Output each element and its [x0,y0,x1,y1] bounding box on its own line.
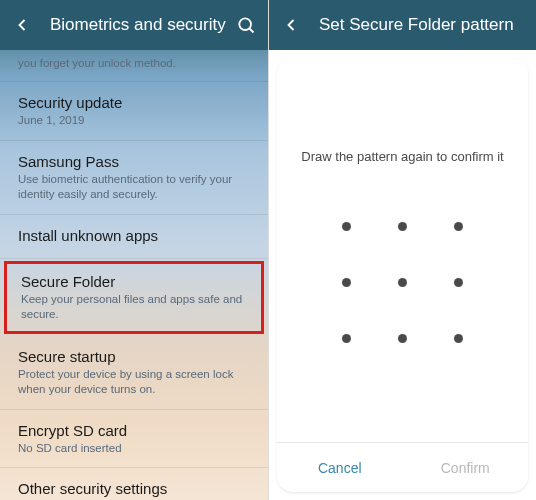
back-icon[interactable] [281,15,301,35]
item-install-unknown-apps[interactable]: Install unknown apps [0,215,268,259]
pattern-dot[interactable] [342,222,351,231]
pattern-screen: Set Secure Folder pattern Draw the patte… [268,0,536,500]
pattern-dot[interactable] [454,334,463,343]
search-icon[interactable] [236,15,256,35]
header-title-left: Biometrics and security [50,15,226,35]
settings-screen: Biometrics and security you forget your … [0,0,268,500]
svg-point-0 [239,18,251,30]
cancel-button[interactable]: Cancel [277,443,403,492]
item-title: Other security settings [18,480,250,497]
item-title: Secure Folder [21,273,247,290]
item-secure-startup[interactable]: Secure startup Protect your device by us… [0,336,268,410]
item-sub: No SD card inserted [18,441,250,456]
pattern-dot[interactable] [342,278,351,287]
pattern-dot[interactable] [454,222,463,231]
pattern-dot[interactable] [398,222,407,231]
item-sub: Keep your personal files and apps safe a… [21,292,247,322]
item-sub: you forget your unlock method. [18,56,250,71]
header-title-right: Set Secure Folder pattern [319,15,514,35]
truncated-item[interactable]: you forget your unlock method. [0,50,268,82]
item-sub: Protect your device by using a screen lo… [18,367,250,397]
item-sub: June 1, 2019 [18,113,250,128]
item-title: Secure startup [18,348,250,365]
pattern-dot[interactable] [342,334,351,343]
pattern-dot[interactable] [398,334,407,343]
settings-list[interactable]: you forget your unlock method. Security … [0,50,268,500]
pattern-dot[interactable] [398,278,407,287]
header-left: Biometrics and security [0,0,268,50]
pattern-grid[interactable] [319,199,487,367]
item-encrypt-sd-card[interactable]: Encrypt SD card No SD card inserted [0,410,268,469]
pattern-body: Draw the pattern again to confirm it [277,58,528,442]
item-title: Encrypt SD card [18,422,250,439]
pattern-message: Draw the pattern again to confirm it [301,149,503,164]
item-title: Install unknown apps [18,227,250,244]
item-title: Security update [18,94,250,111]
item-samsung-pass[interactable]: Samsung Pass Use biometric authenticatio… [0,141,268,215]
item-other-security[interactable]: Other security settings Change other sec… [0,468,268,500]
item-title: Samsung Pass [18,153,250,170]
back-icon[interactable] [12,15,32,35]
item-security-update[interactable]: Security update June 1, 2019 [0,82,268,141]
pattern-card: Draw the pattern again to confirm it Can… [277,58,528,492]
item-secure-folder[interactable]: Secure Folder Keep your personal files a… [4,261,264,334]
header-right: Set Secure Folder pattern [269,0,536,50]
pattern-dot[interactable] [454,278,463,287]
pattern-actions: Cancel Confirm [277,442,528,492]
item-sub: Use biometric authentication to verify y… [18,172,250,202]
confirm-button[interactable]: Confirm [403,443,529,492]
svg-line-1 [250,29,254,33]
